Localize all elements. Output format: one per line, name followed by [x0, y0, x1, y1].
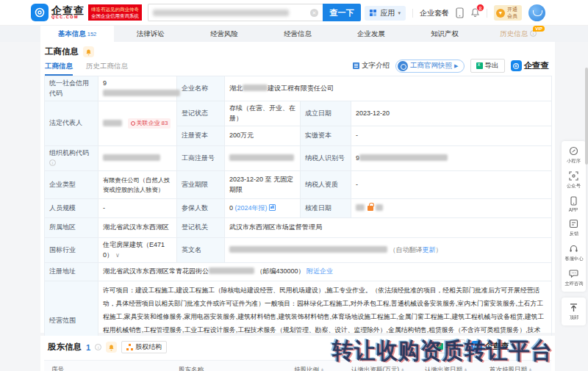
text-intro-button[interactable]: 文字介绍 — [353, 61, 390, 71]
search-button[interactable]: 查一下 — [323, 4, 361, 21]
tab-history[interactable]: VIP 历史信息 i — [481, 26, 555, 42]
col-first-holding-date[interactable]: 首次持股日期▲▼ — [490, 366, 551, 371]
nearby-companies-link[interactable]: 附近企业 — [306, 267, 333, 275]
sort-icon[interactable]: ▲▼ — [528, 368, 532, 371]
export-button[interactable]: 导出 — [431, 339, 465, 353]
vip-badge: VIP — [533, 26, 545, 32]
enterprise-package-link[interactable]: 企业套餐 — [420, 8, 449, 18]
annual-report-link[interactable]: (2024年报) — [235, 204, 268, 212]
report-chart-icon[interactable] — [269, 204, 276, 211]
sort-icon[interactable]: ▲▼ — [464, 368, 467, 371]
top-header: 企查查 QCC.COM 缔造有远见的商业传奇 全国企业信用查询系统 ✕ 查一下 … — [0, 0, 588, 26]
region-value: 湖北省武汉市东西湖区 — [98, 218, 177, 238]
sort-icon[interactable]: ▲▼ — [401, 368, 404, 371]
biz-term-label: 营业期限 — [177, 171, 225, 199]
related-companies-tag[interactable]: 关联企业 83 — [128, 118, 171, 129]
address-value: 湖北省武汉市东西湖区常青花园街公 （邮编430000） 附近企业 — [98, 263, 552, 281]
reg-capital-value: 200万元 — [225, 126, 301, 146]
search-input[interactable]: ✕ — [148, 4, 323, 21]
table-row: 注册地址 湖北省武汉市东西湖区常青花园街公 （邮编430000） 附近企业 — [45, 263, 552, 281]
mobile-phone-icon[interactable] — [456, 7, 464, 18]
lock-icon[interactable] — [368, 206, 373, 211]
chevron-down-icon[interactable]: ∨ — [115, 252, 120, 259]
translate-update-link[interactable]: 更新 — [423, 246, 436, 253]
vip-label: 开通 会员 — [507, 7, 517, 19]
export-button[interactable]: 导出 — [470, 59, 505, 73]
org-code-value — [98, 146, 177, 171]
authority-label: 登记机关 — [177, 218, 225, 238]
en-name-label: 英文名 — [177, 238, 225, 263]
business-info-card: 工商信息 工商信息 历史工商信息 文字介绍 工商官网快照 ▶ 导出 企查查 — [40, 42, 555, 333]
subtab-history-business-info[interactable]: 历史工商信息 — [86, 62, 128, 76]
tab-operation[interactable]: 经营信息 — [261, 26, 334, 42]
qcc-watermark-logo: 企查查 — [471, 341, 510, 352]
subtab-business-info[interactable]: 工商信息 — [45, 62, 73, 76]
toolbar-app[interactable]: APP — [562, 192, 586, 215]
est-date-label: 成立日期 — [301, 101, 351, 126]
tab-risk[interactable]: 经营风险 — [187, 26, 261, 42]
notifications[interactable]: 8 — [470, 7, 480, 19]
col-shareholder-name: 股东名称 — [88, 366, 294, 371]
shareholders-count: 1 — [86, 343, 90, 352]
chevron-down-icon: ▾ — [398, 10, 401, 16]
company-type-value: 有限责任公司（自然人投资或控股的法人独资） — [98, 171, 177, 199]
en-name-value: （自动翻译更新） — [225, 238, 552, 263]
staff-size-label: 人员规模 — [45, 199, 98, 218]
document-icon — [353, 62, 359, 69]
qcc-logo-icon[interactable] — [31, 4, 49, 21]
table-row: 法定代表人 关联企业 83 登记状态 存续（在营、开业、在册） 成立日期 202… — [45, 101, 552, 126]
chat-bubble-icon — [569, 269, 578, 278]
apps-menu[interactable]: 应用 ▾ — [365, 6, 406, 21]
toolbar-feedback[interactable]: 反馈 — [562, 215, 586, 240]
legal-rep-label: 法定代表人 — [45, 101, 98, 146]
qcc-watermark-logo: 企查查 — [511, 60, 550, 71]
toolbar-mini-program[interactable]: 小程序 — [562, 143, 586, 168]
est-date-value: 2023-12-20 — [351, 101, 552, 126]
open-vip-button[interactable]: ▼ 开通 会员 — [494, 5, 522, 21]
tab-ip[interactable]: 知识产权 — [408, 26, 481, 42]
toolbar-consult-now[interactable]: 立即咨询 — [562, 265, 586, 290]
org-tree-icon — [126, 344, 133, 350]
col-subscribed-date[interactable]: 认缴出资日期▲▼ — [425, 366, 490, 371]
company-nav-tabs: 基本信息152 法律诉讼 经营风险 经营信息 企业发展 知识产权 VIP 历史信… — [0, 26, 588, 42]
brand-text[interactable]: 企查查 QCC.COM — [51, 5, 85, 20]
toolbar-official-account[interactable]: 公众号 — [562, 168, 586, 192]
paid-capital-value: - — [351, 126, 552, 146]
monitor-bell-icon[interactable] — [83, 46, 94, 57]
header-actions: 应用 ▾ 企业套餐 8 ▼ 开通 会员 — [365, 4, 545, 22]
qr-scan-icon — [569, 171, 578, 181]
reg-status-label: 登记状态 — [177, 101, 225, 126]
sort-icon[interactable]: ▲▼ — [320, 368, 324, 371]
brand-name: 企查查 — [51, 5, 85, 15]
side-toolbar: 小程序 公众号 APP 反馈 客服中心 立即咨询 顶部 — [562, 141, 586, 331]
taxpayer-qual-value: - — [351, 171, 552, 199]
back-to-top-icon — [569, 303, 578, 312]
user-avatar[interactable] — [528, 4, 545, 21]
tab-development[interactable]: 企业发展 — [334, 26, 408, 42]
page-scrollbar[interactable] — [585, 68, 588, 165]
toolbar-back-to-top[interactable]: 顶部 — [562, 299, 586, 324]
shareholders-title: 股东信息 — [48, 342, 82, 353]
region-label: 所属地区 — [45, 218, 98, 238]
equity-structure-button[interactable]: 股权结构 — [121, 341, 167, 353]
authority-value: 武汉市东西湖区市场监督管理局 — [225, 218, 552, 238]
tab-legal[interactable]: 法律诉讼 — [114, 26, 187, 42]
clear-icon[interactable]: ✕ — [310, 9, 318, 17]
taxpayer-qual-label: 纳税人资质 — [301, 171, 351, 199]
tab-basic-info[interactable]: 基本信息152 — [40, 26, 114, 42]
approval-date-value — [351, 199, 552, 218]
monitor-bell-icon[interactable] — [106, 342, 117, 353]
official-snapshot-button[interactable]: 工商官网快照 ▶ — [395, 60, 464, 73]
insured-value: 0 (2024年报) — [225, 199, 301, 218]
col-subscribed-amount[interactable]: 认缴出资额(万元)▲▼ — [351, 366, 425, 371]
toolbar-service-center[interactable]: 客服中心 — [562, 240, 586, 265]
redacted-value — [376, 204, 383, 211]
col-share-ratio[interactable]: 持股比例▲▼ — [294, 366, 351, 371]
divider — [412, 9, 413, 18]
industry-value: 住宅房屋建筑（E4710）∨ — [98, 238, 177, 263]
business-info-table: 统一社会信用代码 9 企业名称 湖北建设工程有限责任公司 法定代表人 关联企业 … — [44, 76, 552, 361]
redacted-value — [243, 84, 268, 91]
shareholders-card: 股东信息 1 i 股权结构 导出 企查查 序号 股东名称 持股比例▲▼ 认缴出资… — [40, 336, 555, 371]
redacted-value — [229, 246, 387, 253]
shareholders-table-header: 序号 股东名称 持股比例▲▼ 认缴出资额(万元)▲▼ 认缴出资日期▲▼ 首次持股… — [44, 360, 551, 371]
